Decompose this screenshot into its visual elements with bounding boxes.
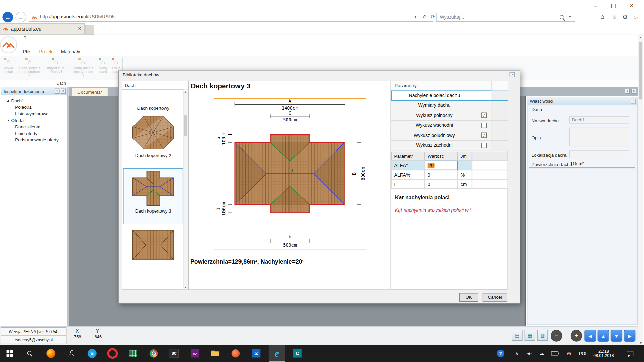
taskbar-orange-app-icon[interactable] (227, 345, 244, 362)
taskbar-sc-app-icon[interactable]: SC (166, 345, 182, 362)
back-button[interactable]: ← (2, 12, 13, 23)
tray-chevron-up-icon[interactable]: ∧ (511, 345, 523, 362)
param-row-wykusz-wschodni[interactable]: Wykusz wschodni (391, 120, 508, 130)
zoom-out-button[interactable]: − (551, 330, 562, 341)
checkbox[interactable]: ✓ (481, 113, 487, 118)
param-row-wykusz-poludniowy[interactable]: Wykusz południowy ✓ (391, 130, 508, 140)
tree-item[interactable]: Podsumowanie oferty (15, 137, 59, 143)
list-item[interactable]: Dach kopertowy 2 (124, 114, 183, 158)
scroll-down-icon[interactable]: ▼ (638, 342, 643, 345)
page-scrollbar[interactable]: ▲ ▼ (638, 35, 643, 346)
ribbon-button-nowy-dach[interactable]: ⌂ Nowy dach (97, 57, 109, 79)
checkbox[interactable] (481, 123, 487, 128)
tray-cloud-icon[interactable]: ☁ (535, 345, 548, 362)
panel-divider[interactable] (529, 168, 635, 168)
action-center-button[interactable] (623, 345, 637, 362)
cell-param[interactable]: L (391, 179, 425, 189)
scrollbar-thumb[interactable] (639, 42, 642, 99)
pan-right-button[interactable]: ▶ (624, 330, 635, 341)
cell-param[interactable]: ALFA° (391, 161, 425, 170)
tray-clock[interactable]: 21:18 08.01.2018 (591, 345, 617, 362)
pan-down-button[interactable]: ▼ (611, 330, 622, 341)
search-dropdown-icon[interactable]: ▾ (569, 15, 571, 19)
ribbon-button-dodaj-dach[interactable]: ⌂ Dodaj dach z repozytorium ▾ (70, 57, 96, 79)
scrollbar-thumb[interactable] (184, 115, 187, 136)
ribbon-tab-plik[interactable]: Plik (19, 47, 35, 56)
dialog-close-icon[interactable]: × (510, 72, 515, 77)
list-item[interactable]: Dach kopertowy (124, 90, 183, 111)
scroll-up-icon[interactable]: ▲ (183, 90, 188, 93)
taskbar-c-app-icon[interactable]: C (289, 345, 306, 362)
maximize-button[interactable] (604, 0, 623, 11)
tab-close-icon[interactable]: × (78, 25, 81, 32)
list-item-selected[interactable]: Dach kopertowy 3 (124, 169, 183, 224)
close-button[interactable]: × (623, 0, 641, 11)
desc-field[interactable] (569, 128, 629, 146)
location-field[interactable] (569, 150, 629, 158)
checkbox[interactable] (481, 143, 487, 148)
param-row-wykusz-zachodni[interactable]: Wykusz zachodni (391, 140, 508, 150)
taskbar-spreadsheet-icon[interactable] (125, 345, 141, 362)
address-dropdown-icon[interactable]: ▾ (415, 15, 417, 19)
tree-item[interactable]: ◢Oferta (7, 117, 24, 124)
refresh-icon[interactable]: ⟳ (431, 14, 435, 20)
taskbar-file-explorer-icon[interactable] (207, 345, 223, 362)
tree-expander-icon[interactable]: ◢ (7, 99, 9, 102)
browser-tab[interactable]: app.rsroofs.eu × (0, 23, 85, 35)
taskbar-mail-icon[interactable]: ✉ (248, 345, 265, 362)
new-tab-stub[interactable] (85, 25, 94, 35)
param-row-wymiary[interactable]: Wymiary dachu (391, 100, 508, 110)
scroll-up-icon[interactable]: ▲ (638, 36, 643, 39)
tree-item[interactable]: Połać01 (15, 104, 32, 111)
panel-collapse-icon[interactable]: ▾ (55, 88, 60, 94)
taskbar-visual-studio-icon[interactable]: ∞ (186, 345, 203, 362)
strip-scroll-icon[interactable]: ▾ (625, 88, 630, 94)
home-icon[interactable]: ⌂ (600, 13, 604, 20)
zoom-in-button[interactable]: + (571, 330, 582, 341)
tracking-protection-icon[interactable]: ⊘ (423, 14, 427, 20)
ribbon-button-dodaj-polac[interactable]: ⌂ Dodaj połać z repozytorium ▾ (16, 57, 43, 79)
forward-button[interactable]: → (16, 12, 26, 23)
pan-up-button[interactable]: ▲ (598, 330, 609, 341)
tree-expander-icon[interactable]: ◢ (7, 119, 9, 122)
taskbar-chrome-icon[interactable] (145, 345, 162, 362)
ribbon-tab-materialy[interactable]: Materiały (58, 47, 83, 56)
strip-close-icon[interactable]: × (631, 88, 636, 94)
param-row-nachylenie[interactable]: Nachylenie połaci dachu (391, 90, 508, 100)
tray-language-indicator[interactable]: POL (576, 345, 591, 362)
feedback-smiley-icon[interactable]: ☺ (633, 13, 639, 20)
checkbox[interactable]: ✓ (481, 133, 487, 138)
tree-item[interactable]: Dane klienta (15, 124, 40, 130)
cell-value-editor[interactable]: 20 (425, 161, 458, 170)
param-row-wykusz-polnocny[interactable]: Wykusz północny ✓ (391, 110, 508, 120)
view-mode-button-1[interactable]: ▤ (512, 330, 523, 341)
tree-item[interactable]: ◢Dach1 (7, 97, 24, 104)
minimize-button[interactable]: – (587, 0, 605, 11)
cell-value[interactable]: 0 (425, 179, 458, 189)
ok-button[interactable]: OK (459, 293, 478, 302)
favorites-star-icon[interactable]: ☆ (611, 13, 617, 21)
view-mode-button-2[interactable]: ▦ (525, 330, 535, 341)
scroll-down-icon[interactable]: ▼ (183, 286, 188, 289)
list-item[interactable] (124, 227, 183, 265)
tray-volume-muted-icon[interactable]: ◄× (523, 345, 535, 362)
taskbar-opera-icon[interactable] (104, 345, 121, 362)
cell-param[interactable]: ALFA% (391, 170, 425, 179)
cell-value[interactable]: 0 (425, 170, 458, 179)
address-bar[interactable]: http://app.rsroofs.eu/pl/RSD5/RSD5 ▾ ⊘ ⟳ (29, 13, 433, 22)
name-field[interactable]: Dach1 (569, 116, 629, 124)
taskbar-people-icon[interactable] (63, 345, 80, 362)
tree-item[interactable]: Linie oferty (15, 130, 37, 137)
tree-item[interactable]: Lista wymiarowa (15, 110, 49, 117)
ribbon-button-nowa-polac[interactable]: ⌂ Nowa połać (2, 57, 16, 79)
taskbar-help-icon[interactable]: ? (492, 345, 509, 362)
start-button[interactable] (0, 345, 20, 362)
ribbon-tab-projekt[interactable]: Projekt (36, 47, 57, 56)
tray-network-icon[interactable]: ⊕ (562, 345, 575, 362)
settings-gear-icon[interactable]: ⚙ (622, 13, 628, 21)
search-icon[interactable] (560, 15, 565, 20)
search-box[interactable]: Wyszukaj... ▾ (436, 13, 575, 22)
taskbar-search-button[interactable] (20, 345, 40, 362)
tray-battery-icon[interactable] (548, 345, 561, 362)
view-mode-button-3[interactable]: ▥ (537, 330, 548, 341)
